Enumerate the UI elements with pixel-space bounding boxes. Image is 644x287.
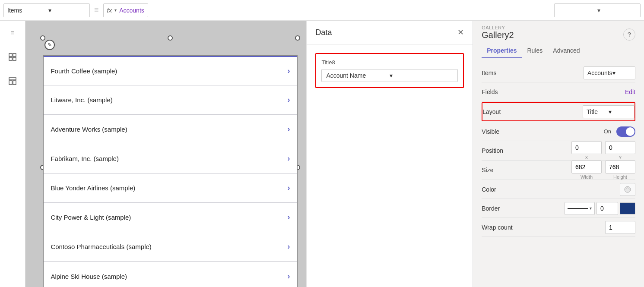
right-panel-dropdown[interactable]: ▾	[554, 3, 641, 17]
gallery-item-chevron: ›	[287, 154, 290, 163]
data-panel: Data ✕ Title8 Account Name ▾	[306, 21, 473, 287]
gallery-item[interactable]: Fourth Coffee (sample) ›	[44, 56, 297, 85]
help-button[interactable]: ?	[623, 28, 635, 41]
visible-toggle[interactable]	[616, 126, 635, 137]
account-name-value: Account Name	[326, 72, 390, 79]
layers-icon[interactable]	[5, 49, 20, 65]
size-width-input[interactable]	[571, 161, 602, 173]
edit-handle[interactable]: ✎	[44, 40, 55, 50]
gallery-item[interactable]: Litware, Inc. (sample) ›	[44, 85, 297, 115]
size-height-label: Height	[613, 174, 627, 180]
gallery-item-text: Fourth Coffee (sample)	[51, 67, 287, 75]
gallery-item[interactable]: Blue Yonder Airlines (sample) ›	[44, 173, 297, 203]
tab-advanced[interactable]: Advanced	[548, 44, 585, 58]
size-row: Size Width Height	[482, 161, 635, 180]
svg-rect-0	[9, 54, 12, 57]
layout-dropdown[interactable]: Title ▾	[583, 105, 634, 118]
visible-label: Visible	[482, 128, 525, 135]
data-panel-close-button[interactable]: ✕	[457, 28, 464, 37]
items-dropdown[interactable]: Items ▾	[3, 3, 90, 17]
gallery-item-text: Contoso Pharmaceuticals (sample)	[51, 243, 287, 250]
svg-rect-3	[13, 57, 16, 60]
data-field-group: Title8 Account Name ▾	[315, 53, 464, 88]
gallery-item[interactable]: Adventure Works (sample) ›	[44, 115, 297, 144]
data-panel-body: Title8 Account Name ▾	[307, 44, 473, 97]
border-style-dropdown[interactable]: ▾	[565, 202, 595, 215]
gallery-item-chevron: ›	[287, 272, 290, 281]
gallery-item[interactable]: City Power & Light (sample) ›	[44, 203, 297, 232]
items-value: Accounts ▾	[528, 66, 635, 79]
fx-icon: fx	[107, 6, 112, 14]
gallery-item-text: Alpine Ski House (sample)	[51, 273, 287, 280]
data-field-label: Title8	[321, 59, 458, 66]
gallery-type-label: GALLERY	[482, 25, 514, 30]
color-row: Color	[482, 180, 635, 199]
hamburger-icon[interactable]: ≡	[5, 25, 20, 41]
position-y-input[interactable]	[605, 141, 635, 154]
layout-row: Layout Title ▾	[482, 102, 635, 121]
color-value	[528, 183, 635, 196]
visible-row: Visible On	[482, 122, 635, 141]
color-label: Color	[482, 186, 525, 193]
position-value: X Y	[528, 141, 635, 160]
wrap-count-label: Wrap count	[482, 224, 525, 231]
size-height-input[interactable]	[605, 161, 635, 173]
wrap-count-input[interactable]	[605, 221, 635, 234]
svg-rect-1	[13, 54, 16, 57]
size-value: Width Height	[528, 161, 635, 180]
items-label: Items	[482, 69, 525, 76]
position-row: Position X Y	[482, 141, 635, 161]
position-x-input[interactable]	[571, 141, 602, 154]
visible-value: On	[528, 126, 635, 137]
gallery-item-text: Fabrikam, Inc. (sample)	[51, 155, 287, 162]
visible-on-label: On	[604, 128, 611, 135]
right-dropdown-chevron: ▾	[597, 7, 637, 14]
handle-tc[interactable]	[168, 35, 173, 41]
gallery-item-text: Adventure Works (sample)	[51, 126, 287, 133]
properties-tabs: Properties Rules Advanced	[473, 44, 644, 58]
size-label: Size	[482, 167, 525, 173]
gallery-item-chevron: ›	[287, 242, 290, 251]
gallery-item-chevron: ›	[287, 213, 290, 222]
tab-rules[interactable]: Rules	[522, 44, 548, 58]
gallery-item-chevron: ›	[287, 66, 290, 76]
fx-chevron: ▾	[114, 8, 117, 13]
color-picker-button[interactable]	[620, 183, 635, 196]
gallery-item-chevron: ›	[287, 183, 290, 192]
items-dropdown-prop[interactable]: Accounts ▾	[584, 66, 635, 79]
border-style-chevron: ▾	[590, 206, 592, 211]
gallery-item-text: Blue Yonder Airlines (sample)	[51, 184, 287, 192]
border-color-swatch[interactable]	[620, 202, 635, 214]
layout-dropdown-value: Title	[587, 108, 609, 115]
border-width-input[interactable]	[596, 202, 618, 215]
border-label: Border	[482, 205, 525, 212]
gallery-item[interactable]: Alpine Ski House (sample) ›	[44, 262, 297, 287]
size-width-label: Width	[581, 174, 593, 180]
fields-value: Edit	[528, 88, 635, 95]
formula-bar[interactable]: fx ▾ Accounts	[103, 3, 148, 17]
fields-edit-link[interactable]: Edit	[625, 88, 635, 95]
tab-properties[interactable]: Properties	[482, 44, 522, 58]
items-dropdown-label: Items	[7, 7, 45, 14]
items-dropdown-chevron-prop: ▾	[612, 69, 631, 76]
gallery-item[interactable]: Fabrikam, Inc. (sample) ›	[44, 144, 297, 173]
layout-label: Layout	[482, 108, 526, 115]
top-bar: Items ▾ = fx ▾ Accounts ▾	[0, 0, 644, 21]
data-panel-header: Data ✕	[307, 21, 473, 44]
items-dropdown-chevron: ▾	[48, 7, 86, 14]
gallery-instance-name: Gallery2	[482, 30, 514, 40]
left-sidebar: ≡	[0, 21, 25, 287]
position-y-label: Y	[619, 155, 622, 160]
canvas-area[interactable]: ✎ Fourth Coffee (sample) › Litware, Inc.…	[25, 21, 306, 287]
handle-tl[interactable]	[40, 35, 45, 41]
svg-rect-5	[9, 81, 12, 85]
gallery-item-text: City Power & Light (sample)	[51, 214, 287, 221]
handle-tr[interactable]	[295, 35, 300, 41]
account-name-dropdown[interactable]: Account Name ▾	[321, 69, 458, 82]
svg-rect-6	[13, 81, 16, 85]
fx-value: Accounts	[119, 7, 144, 14]
properties-panel: GALLERY Gallery2 ? Properties Rules Adva…	[473, 21, 644, 287]
properties-header: GALLERY Gallery2 ?	[473, 21, 644, 44]
components-icon[interactable]	[5, 73, 20, 89]
gallery-item[interactable]: Contoso Pharmaceuticals (sample) ›	[44, 232, 297, 262]
